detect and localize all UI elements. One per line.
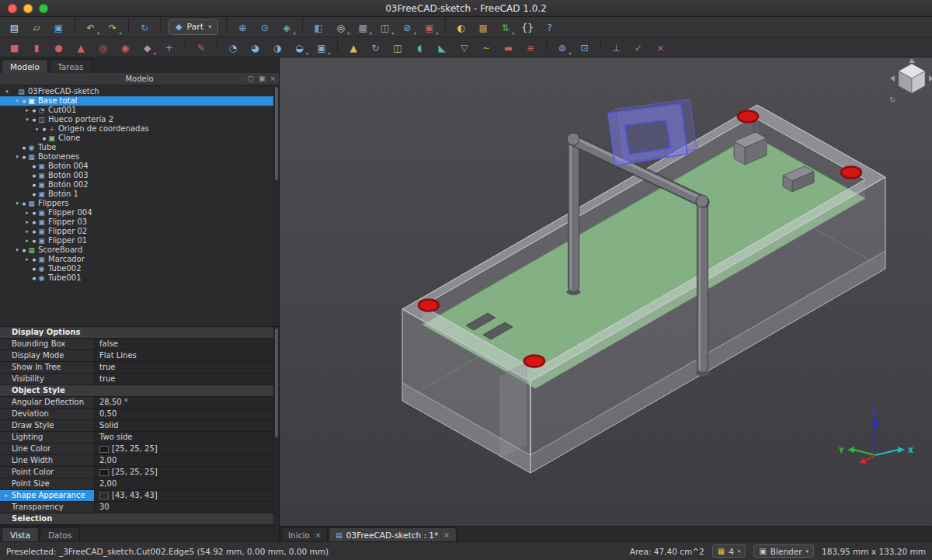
tree-item-flipper-03[interactable]: ▸ ● ▣ Flipper 03 xyxy=(0,217,279,227)
prop-bounding-box[interactable]: Bounding Box false xyxy=(0,339,279,350)
prop-angular-deflection[interactable]: Angular Deflection 28,50 ° xyxy=(0,397,279,409)
fit-all-icon[interactable]: ⊕ xyxy=(233,19,252,36)
part-cone-icon[interactable]: ▲ xyxy=(71,40,91,56)
prop-display-mode[interactable]: Display Mode Flat Lines xyxy=(0,350,279,362)
prop-deviation[interactable]: Deviation 0,50 xyxy=(0,409,279,420)
macro-icon[interactable]: {} xyxy=(518,19,537,36)
check-geometry-icon[interactable]: ✓ xyxy=(629,40,649,56)
zoom-tools-icon[interactable]: ⊘ ▾ xyxy=(398,19,417,36)
tree-item-hueco-porteria[interactable]: ▾ ● ◫ Hueco portería 2 xyxy=(0,115,279,124)
tab-document[interactable]: ▤ 03FreeCAD-sketch : 1* × xyxy=(329,527,456,541)
tree-item-base-total[interactable]: ▾ ● ▣ Base total xyxy=(0,96,279,106)
3d-viewport-canvas[interactable]: ↻ Z X Y xyxy=(280,57,932,526)
workbench-selector[interactable]: ◆ Part ▾ xyxy=(169,19,218,35)
prop-transparency[interactable]: Transparency 30 xyxy=(0,502,279,513)
tree-expander-icon[interactable]: ▾ xyxy=(13,96,21,106)
tree-item-tube001[interactable]: ● ◉ Tube001 xyxy=(0,273,279,283)
tree-item-clone[interactable]: ● ▣ Clone xyxy=(0,134,279,143)
prop-draw-style[interactable]: Draw Style Solid xyxy=(0,420,279,432)
red-button[interactable] xyxy=(841,167,861,179)
tree-item-tube[interactable]: ● ◉ Tube xyxy=(0,143,279,152)
tab-modelo[interactable]: Modelo xyxy=(2,59,48,73)
shape-builder-icon[interactable]: + xyxy=(160,40,179,56)
tree-item-boton-003[interactable]: ● ▣ Botón 003 xyxy=(0,171,279,180)
undock-panel-icon[interactable]: ▢ xyxy=(247,75,254,82)
model-tree[interactable]: ▾ ▤ 03FreeCAD-sketch ▾ ● ▣ Base total ▸ … xyxy=(0,85,279,326)
part-cylinder-icon[interactable]: ▮ xyxy=(27,40,47,56)
help-icon[interactable]: ? xyxy=(540,19,559,36)
tab-vista[interactable]: Vista xyxy=(2,527,39,541)
tree-expander-icon[interactable]: ▸ xyxy=(33,124,41,134)
minimize-window-button[interactable] xyxy=(23,4,33,13)
float-panel-icon[interactable]: ▣ xyxy=(259,75,266,82)
tree-expander-icon[interactable]: ▸ xyxy=(23,208,31,217)
tab-inicio[interactable]: Inicio × xyxy=(281,527,328,541)
tree-item-flipper-004[interactable]: ▸ ● ▣ Flipper 004 xyxy=(0,208,279,217)
extrude-icon[interactable]: ▲ xyxy=(344,40,363,56)
prop-show-in-tree[interactable]: Show In Tree true xyxy=(0,362,279,374)
primitives-icon[interactable]: ◆ ▾ xyxy=(137,40,157,56)
prop-point-color[interactable]: Point Color [25, 25, 25] xyxy=(0,467,279,478)
tree-expander-icon[interactable]: ▾ xyxy=(13,199,21,208)
nav-arrow-right-icon[interactable] xyxy=(929,75,932,82)
nav-rotate-icon[interactable]: ↻ xyxy=(889,96,895,104)
chamfer-icon[interactable]: ◣ xyxy=(433,40,452,56)
offset-icon[interactable]: ⊚ ▾ xyxy=(553,40,572,56)
tree-item-origen-coordenadas[interactable]: ▸ ● + Origen de coordenadas xyxy=(0,124,279,134)
attachment-icon[interactable]: ⊥ xyxy=(607,40,626,56)
tree-item-boton-004[interactable]: ● ▣ Botón 004 xyxy=(0,162,279,171)
navigation-style-selector[interactable]: ▣ Blender ▾ xyxy=(753,544,814,558)
tree-expander-icon[interactable]: ▾ xyxy=(23,115,31,124)
save-icon[interactable]: ▣ xyxy=(49,19,68,36)
3d-viewport[interactable]: ↻ Z X Y xyxy=(280,57,932,526)
clipping-plane-icon[interactable]: ◧ xyxy=(309,19,329,36)
revolve-icon[interactable]: ↻ xyxy=(366,40,385,56)
prop-visibility[interactable]: Visibility true xyxy=(0,374,279,385)
create-sketch-icon[interactable]: ✎ xyxy=(192,40,211,56)
prop-shape-appearance[interactable]: ▸ Shape Appearance [43, 43, 43] xyxy=(0,490,279,502)
tab-datos[interactable]: Datos xyxy=(40,527,81,541)
texture-icon[interactable]: ▩ xyxy=(474,19,493,36)
tree-item-flipper-01[interactable]: ▸ ● ▣ Flipper 01 xyxy=(0,236,279,245)
tree-expander-icon[interactable]: ▸ xyxy=(23,106,31,115)
tree-item-scoreboard[interactable]: ▾ ● ▦ ScoreBoard xyxy=(0,245,279,255)
red-button[interactable] xyxy=(524,356,544,367)
part-sphere-icon[interactable]: ● xyxy=(49,40,68,56)
tree-expander-icon[interactable]: ▸ xyxy=(23,217,31,227)
stereo-view-icon[interactable]: ◫ ▾ xyxy=(375,19,395,36)
redo-icon[interactable]: ↷ ▾ xyxy=(103,19,123,36)
boolean-union-icon[interactable]: ◕ xyxy=(245,40,265,56)
prop-group-selection[interactable]: Selection xyxy=(0,513,279,525)
gantry-post-left[interactable] xyxy=(569,134,579,292)
tree-item-flipper-02[interactable]: ▸ ● ▣ Flipper 02 xyxy=(0,227,279,236)
tree-expander-icon[interactable]: ▾ xyxy=(13,245,21,255)
boolean-common-icon[interactable]: ◑ xyxy=(268,40,287,56)
boolean-icon[interactable]: ◒ ▾ xyxy=(290,40,309,56)
nav-arrow-left-icon[interactable] xyxy=(890,75,895,82)
cross-sections-icon[interactable]: ≡ xyxy=(521,40,541,56)
red-button[interactable] xyxy=(419,300,439,311)
tree-item-cut001[interactable]: ▸ ● ◔ Cut001 xyxy=(0,106,279,115)
loft-icon[interactable]: ▽ xyxy=(454,40,474,56)
close-window-button[interactable] xyxy=(8,4,17,13)
prop-point-size[interactable]: Point Size 2,00 xyxy=(0,478,279,490)
dock-overlay-icon[interactable]: ▣ ▾ xyxy=(419,19,439,36)
maximize-window-button[interactable] xyxy=(39,4,48,13)
tree-item-botonenes[interactable]: ▾ ● ▦ Botonenes xyxy=(0,152,279,162)
part-torus-icon[interactable]: ◎ xyxy=(93,40,113,56)
tree-expander-icon[interactable]: ▸ xyxy=(23,227,31,236)
tree-expander-icon[interactable]: ▾ xyxy=(13,152,21,162)
tree-expander-icon[interactable]: ▾ xyxy=(3,87,11,96)
tree-item-marcador[interactable]: ▸ ● ▣ Marcador xyxy=(0,255,279,264)
part-box-icon[interactable]: ■ xyxy=(5,40,24,56)
fillet-icon[interactable]: ◖ xyxy=(410,40,429,56)
appearance-icon[interactable]: ◐ xyxy=(451,19,471,36)
draw-style-icon[interactable]: ◎ ▾ xyxy=(331,19,350,36)
scrollbar-thumb[interactable] xyxy=(275,87,278,180)
mirror-icon[interactable]: ◫ xyxy=(388,40,408,56)
thickness-icon[interactable]: ⊡ xyxy=(575,40,594,56)
property-editor[interactable]: Display Options Bounding Box fals xyxy=(0,326,279,526)
prop-lighting[interactable]: Lighting Two side xyxy=(0,432,279,443)
prop-line-color[interactable]: Line Color [25, 25, 25] xyxy=(0,443,279,455)
selection-view-icon[interactable]: ▦ ▾ xyxy=(353,19,373,36)
